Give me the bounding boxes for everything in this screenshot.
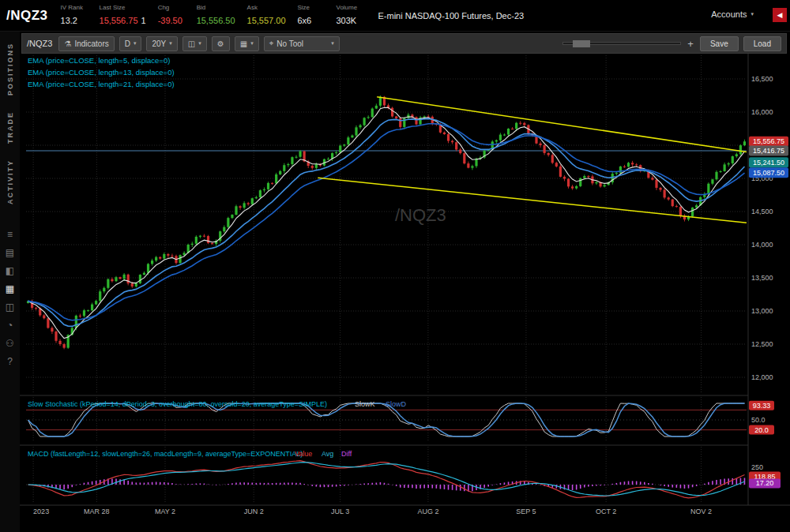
quote-stat-size: Size 6x6 xyxy=(298,4,325,27)
chart-watermark: /NQZ3 xyxy=(395,205,446,225)
notes-icon[interactable]: ◧ xyxy=(4,266,17,276)
quote-stat-iv-rank: IV Rank 13.2 xyxy=(61,4,88,27)
chevron-down-icon: ▾ xyxy=(250,40,254,47)
zoom-in-button[interactable]: + xyxy=(687,38,694,50)
quote-header: /NQZ3 IV Rank 13.2 Last Size 15,556.751 … xyxy=(0,0,790,32)
zoom-slider[interactable] xyxy=(562,42,681,45)
watchlist-icon[interactable]: ▤ xyxy=(4,248,17,258)
sidebar-tab-trade[interactable]: TRADE xyxy=(6,111,14,144)
ema5-study-label: EMA (price=CLOSE, length=5, displace=0) xyxy=(28,56,170,65)
chart-content: /NQZ3 ⚗ Indicators D ▾ 20Y ▾ ◫ ▾ xyxy=(20,32,790,532)
load-button[interactable]: Load xyxy=(743,36,781,51)
macd-study-label: MACD (fastLength=12, slowLength=26, macd… xyxy=(28,450,303,458)
flask-icon: ⚗ xyxy=(64,39,71,48)
chart-canvas[interactable]: /NQZ3 16,50016,00015,50015,00014,50014,0… xyxy=(20,54,790,532)
svg-text:15,556.75: 15,556.75 xyxy=(753,137,784,145)
chart-style-dropdown[interactable]: ◫ ▾ xyxy=(182,36,207,51)
svg-text:250: 250 xyxy=(751,463,763,471)
macd-value-legend: Value xyxy=(295,450,312,458)
svg-text:15,416.75: 15,416.75 xyxy=(753,147,784,155)
thinkorswim-window: /NQZ3 IV Rank 13.2 Last Size 15,556.751 … xyxy=(0,0,790,532)
chevron-down-icon: ▾ xyxy=(134,40,137,47)
trendline-drawings[interactable] xyxy=(318,97,747,223)
help-icon[interactable]: ? xyxy=(4,357,17,367)
chevron-down-icon: ▾ xyxy=(169,40,172,47)
time-axis[interactable]: 2023MAR 28MAY 2JUN 2JUL 3AUG 2SEP 5OCT 2… xyxy=(33,508,712,515)
svg-text:13,000: 13,000 xyxy=(751,307,773,315)
svg-text:MAR 28: MAR 28 xyxy=(84,508,110,515)
svg-text:16,000: 16,000 xyxy=(751,108,773,116)
menu-list-icon[interactable]: ≡ xyxy=(4,230,17,240)
svg-text:13,500: 13,500 xyxy=(751,274,773,282)
macd-panel xyxy=(26,461,747,498)
slowk-legend: SlowK xyxy=(355,400,375,408)
compare-icon: ▦ xyxy=(240,39,247,48)
svg-text:16,500: 16,500 xyxy=(751,75,773,83)
candlestick-style-icon: ◫ xyxy=(188,39,195,48)
quote-stat-ask: Ask 15,557.00 xyxy=(247,4,286,27)
timeframe-dropdown[interactable]: D ▾ xyxy=(119,36,142,51)
svg-text:14,500: 14,500 xyxy=(751,208,773,215)
svg-text:93.33: 93.33 xyxy=(753,402,771,410)
grid-layer xyxy=(26,55,747,504)
svg-text:12,500: 12,500 xyxy=(751,340,773,348)
slowd-legend: SlowD xyxy=(386,400,407,408)
svg-text:NOV 2: NOV 2 xyxy=(690,508,712,515)
svg-text:15,241.50: 15,241.50 xyxy=(753,159,784,167)
svg-text:2023: 2023 xyxy=(33,508,49,515)
gear-icon: ⚙ xyxy=(217,39,224,48)
svg-text:50.0: 50.0 xyxy=(751,416,766,424)
macd-diff-legend: Diff xyxy=(341,450,352,458)
ema13-study-label: EMA (price=CLOSE, length=13, displace=0) xyxy=(28,68,175,77)
sidebar-icon-column: ≡ ▤ ◧ ▦ ◫ ◔ ⚇ ? xyxy=(4,230,17,367)
svg-text:17.20: 17.20 xyxy=(756,479,774,487)
svg-text:14,000: 14,000 xyxy=(751,241,773,249)
contract-description: E-mini NASDAQ-100 Futures, Dec-23 xyxy=(378,11,525,21)
chevron-down-icon: ▾ xyxy=(750,11,754,17)
symbol-title: /NQZ3 xyxy=(6,8,48,24)
zoom-slider-handle[interactable] xyxy=(573,40,590,47)
collapse-panel-button[interactable]: ◀ xyxy=(773,8,787,22)
svg-text:OCT 2: OCT 2 xyxy=(596,508,616,515)
chevron-down-icon: ▾ xyxy=(331,40,334,47)
quote-stat-volume: Volume 303K xyxy=(337,4,363,27)
svg-text:MAY 2: MAY 2 xyxy=(155,508,175,515)
crosshair-icon: ⌖ xyxy=(269,39,274,48)
chart-settings-button[interactable]: ⚙ xyxy=(212,36,230,51)
svg-text:12,000: 12,000 xyxy=(751,373,773,381)
chevron-down-icon: ▾ xyxy=(198,40,201,47)
clock-icon[interactable]: ◔ xyxy=(4,320,17,331)
quote-stat-last-size: Last Size 15,556.751 xyxy=(100,4,146,27)
stochastic-study-label: Slow Stochastic (kPeriod=14, dPeriod=3, … xyxy=(28,400,327,408)
svg-text:15,087.50: 15,087.50 xyxy=(753,169,784,177)
drawing-tool-dropdown[interactable]: ⌖ No Tool ▾ xyxy=(264,36,340,51)
svg-text:SEP 5: SEP 5 xyxy=(516,508,536,515)
compare-dropdown[interactable]: ▦ ▾ xyxy=(235,36,259,51)
accounts-menu[interactable]: Accounts ▾ xyxy=(711,9,754,19)
indicators-button[interactable]: ⚗ Indicators xyxy=(58,36,114,51)
users-icon[interactable]: ⚇ xyxy=(4,339,17,349)
macd-avg-legend: Avg xyxy=(322,450,333,458)
ema21-study-label: EMA (price=CLOSE, length=21, displace=0) xyxy=(28,80,175,88)
sidebar-tab-activity[interactable]: ACTIVITY xyxy=(6,159,14,204)
svg-text:JUL 3: JUL 3 xyxy=(331,508,349,515)
range-dropdown[interactable]: 20Y ▾ xyxy=(146,36,177,51)
chart-icon[interactable]: ▦ xyxy=(4,284,17,294)
quote-stat-chg: Chg -39.50 xyxy=(158,4,185,27)
svg-text:AUG 2: AUG 2 xyxy=(417,508,438,515)
grid-icon[interactable]: ◫ xyxy=(4,302,17,313)
quote-stat-bid: Bid 15,556.50 xyxy=(197,4,235,27)
stochastic-panel xyxy=(26,403,747,436)
left-rail: POSITIONS TRADE ACTIVITY ≡ ▤ ◧ ▦ ◫ ◔ ⚇ ? xyxy=(0,32,20,532)
svg-text:JUN 2: JUN 2 xyxy=(244,508,264,515)
ema-lines xyxy=(28,107,745,338)
arrow-left-icon: ◀ xyxy=(777,11,783,19)
save-button[interactable]: Save xyxy=(700,36,739,51)
chart-toolbar: /NQZ3 ⚗ Indicators D ▾ 20Y ▾ ◫ ▾ xyxy=(21,33,787,54)
sidebar-tab-positions[interactable]: POSITIONS xyxy=(6,43,14,96)
toolbar-symbol-label: /NQZ3 xyxy=(27,39,52,48)
zoom-slider-track[interactable] xyxy=(562,42,681,45)
svg-text:20.0: 20.0 xyxy=(754,426,769,434)
